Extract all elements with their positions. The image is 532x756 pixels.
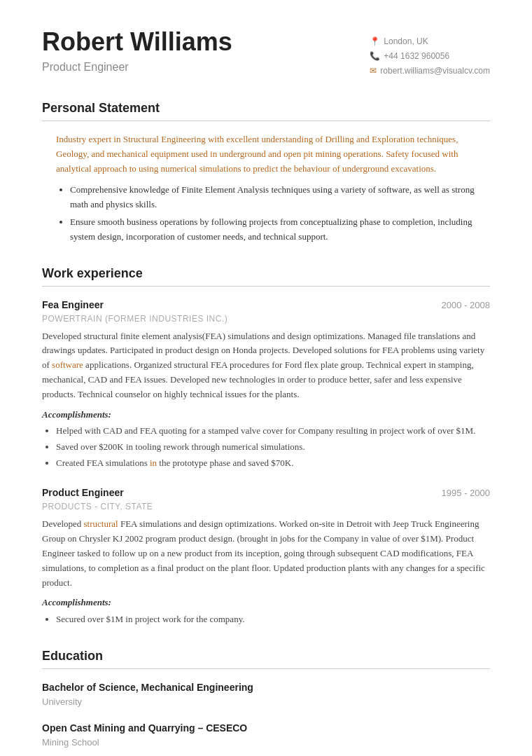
company-name-1: POWERTRAIN (FORMER INDUSTRIES INC.) xyxy=(42,312,490,325)
location-icon: 📍 xyxy=(370,35,380,48)
job-header-1: Fea Engineer 2000 - 2008 xyxy=(42,298,490,312)
candidate-name: Robert Williams xyxy=(42,28,232,56)
job-title-1: Fea Engineer xyxy=(42,298,104,312)
personal-statement-list: Comprehensive knowledge of Finite Elemen… xyxy=(70,183,483,244)
location-text: London, UK xyxy=(384,35,428,48)
job-dates-2: 1995 - 2000 xyxy=(442,486,490,500)
company-name-2: PRODUCTS - CITY, STATE xyxy=(42,500,490,513)
personal-statement-section: Industry expert in Structural Engineerin… xyxy=(42,132,490,245)
personal-statement-heading: Personal Statement xyxy=(42,99,490,121)
header-left: Robert Williams Product Engineer xyxy=(42,28,232,76)
phone-row: 📞 +44 1632 960056 xyxy=(370,50,490,62)
accomplishments-list-1: Helped with CAD and FEA quoting for a st… xyxy=(56,424,490,470)
edu-degree-2: Open Cast Mining and Quarrying – CESECO xyxy=(42,721,490,736)
accomplishments-label-1: Accomplishments: xyxy=(42,408,490,422)
edu-school-1: University xyxy=(42,695,490,709)
location-row: 📍 London, UK xyxy=(370,35,490,48)
edu-entry-2: Open Cast Mining and Quarrying – CESECO … xyxy=(42,721,490,750)
accomplishments-list-2: Secured over $1M in project work for the… xyxy=(56,612,490,627)
job-desc-2: Developed structural FEA simulations and… xyxy=(42,517,490,590)
job-desc-1: Developed structural finite element anal… xyxy=(42,329,490,402)
job-entry-1: Fea Engineer 2000 - 2008 POWERTRAIN (FOR… xyxy=(42,298,490,471)
phone-icon: 📞 xyxy=(370,50,380,62)
personal-statement-bullet-2: Ensure smooth business operations by fol… xyxy=(70,215,483,245)
header-contact: 📍 London, UK 📞 +44 1632 960056 ✉ robert.… xyxy=(370,35,490,79)
email-icon: ✉ xyxy=(370,64,377,77)
job-header-2: Product Engineer 1995 - 2000 xyxy=(42,486,490,500)
email-row: ✉ robert.williams@visualcv.com xyxy=(370,64,490,77)
accomplishments-label-2: Accomplishments: xyxy=(42,596,490,610)
education-heading: Education xyxy=(42,647,490,669)
edu-school-2: Mining School xyxy=(42,736,490,750)
resume-page: Robert Williams Product Engineer 📍 Londo… xyxy=(0,0,532,756)
header: Robert Williams Product Engineer 📍 Londo… xyxy=(42,28,490,79)
phone-text: +44 1632 960056 xyxy=(384,50,449,62)
job-title-2: Product Engineer xyxy=(42,486,124,500)
job-entry-2: Product Engineer 1995 - 2000 PRODUCTS - … xyxy=(42,486,490,626)
email-text: robert.williams@visualcv.com xyxy=(380,64,490,77)
edu-degree-1: Bachelor of Science, Mechanical Engineer… xyxy=(42,680,490,695)
accomplishment-2-1: Secured over $1M in project work for the… xyxy=(56,612,490,627)
candidate-title: Product Engineer xyxy=(42,59,232,76)
accomplishment-1-2: Saved over $200K in tooling rework throu… xyxy=(56,440,490,455)
accomplishment-1-1: Helped with CAD and FEA quoting for a st… xyxy=(56,424,490,439)
work-experience-heading: Work experience xyxy=(42,264,490,287)
personal-statement-intro: Industry expert in Structural Engineerin… xyxy=(49,132,483,176)
accomplishment-1-3: Created FEA simulations in the prototype… xyxy=(56,456,490,471)
edu-entry-1: Bachelor of Science, Mechanical Engineer… xyxy=(42,680,490,709)
personal-statement-bullet-1: Comprehensive knowledge of Finite Elemen… xyxy=(70,183,483,212)
job-dates-1: 2000 - 2008 xyxy=(442,298,490,312)
